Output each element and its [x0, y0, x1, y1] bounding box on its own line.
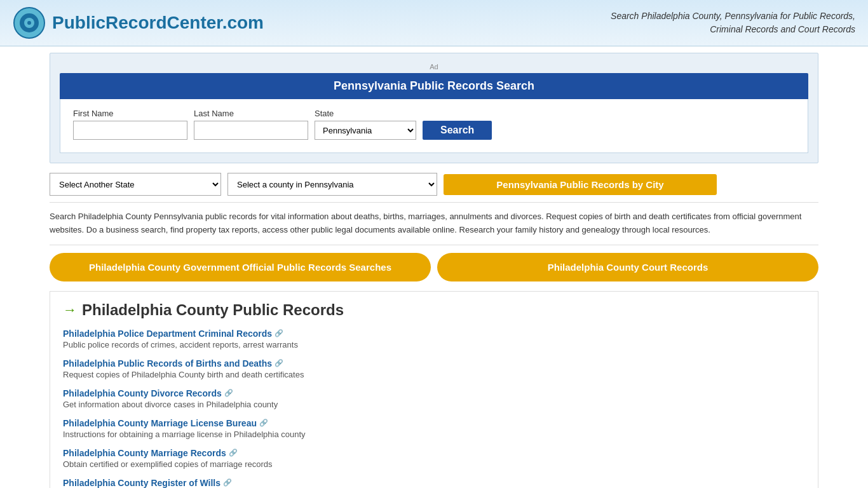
city-records-button[interactable]: Pennsylvania Public Records by City	[444, 174, 717, 195]
list-item: Philadelphia Public Records of Births an…	[63, 358, 805, 379]
ad-search-container: Ad Pennsylvania Public Records Search Fi…	[50, 53, 818, 163]
record-link-marriage-bureau[interactable]: Philadelphia County Marriage License Bur…	[63, 418, 805, 428]
record-link-text: Philadelphia County Marriage Records	[63, 448, 226, 458]
first-name-input[interactable]	[73, 121, 187, 140]
gov-records-button[interactable]: Philadelphia County Government Official …	[50, 253, 431, 281]
records-section-title: → Philadelphia County Public Records	[63, 301, 805, 319]
records-section: → Philadelphia County Public Records Phi…	[50, 291, 818, 488]
record-link-text: Philadelphia County Marriage License Bur…	[63, 418, 257, 428]
record-desc: Public police records of crimes, acciden…	[63, 340, 805, 349]
main-content: Ad Pennsylvania Public Records Search Fi…	[40, 46, 828, 488]
record-link-text: Philadelphia County Register of Wills	[63, 478, 220, 488]
record-desc: Instructions for obtaining a marriage li…	[63, 430, 805, 439]
dropdowns-row: Select Another State Select a county in …	[50, 173, 818, 196]
external-link-icon: 🔗	[275, 329, 283, 337]
search-fields: First Name Last Name State Pennsylvania …	[73, 109, 795, 140]
last-name-group: Last Name	[194, 109, 308, 140]
record-link-text: Philadelphia Public Records of Births an…	[63, 358, 272, 369]
site-name: PublicRecordCenter.com	[52, 13, 264, 33]
record-desc: Request copies of Philadelphia County bi…	[63, 370, 805, 379]
record-link-text: Philadelphia Police Department Criminal …	[63, 329, 272, 339]
record-link-text: Philadelphia County Divorce Records	[63, 388, 222, 398]
record-link-police[interactable]: Philadelphia Police Department Criminal …	[63, 329, 805, 339]
svg-point-3	[27, 21, 31, 25]
action-buttons-row: Philadelphia County Government Official …	[50, 253, 818, 281]
list-item: Philadelphia Police Department Criminal …	[63, 329, 805, 349]
arrow-icon: →	[63, 302, 77, 318]
external-link-icon: 🔗	[275, 359, 283, 367]
record-link-register-wills[interactable]: Philadelphia County Register of Wills 🔗	[63, 478, 805, 488]
external-link-icon: 🔗	[224, 389, 233, 397]
first-name-label: First Name	[73, 109, 187, 118]
logo-icon	[13, 6, 46, 39]
state-dropdown[interactable]: Pennsylvania Alabama Alaska	[315, 121, 416, 140]
state-select[interactable]: Select Another State	[50, 173, 221, 196]
list-item: Philadelphia County Marriage License Bur…	[63, 418, 805, 439]
state-group: State Pennsylvania Alabama Alaska	[315, 109, 416, 140]
county-select[interactable]: Select a county in Pennsylvania	[227, 173, 437, 196]
state-label: State	[315, 109, 416, 118]
record-link-marriage-records[interactable]: Philadelphia County Marriage Records 🔗	[63, 448, 805, 458]
record-link-divorce[interactable]: Philadelphia County Divorce Records 🔗	[63, 388, 805, 398]
records-title-text: Philadelphia County Public Records	[82, 301, 344, 319]
record-desc: Get information about divorce cases in P…	[63, 400, 805, 409]
search-form: First Name Last Name State Pennsylvania …	[60, 99, 808, 153]
external-link-icon: 🔗	[223, 478, 232, 487]
list-item: Philadelphia County Register of Wills 🔗	[63, 478, 805, 488]
last-name-input[interactable]	[194, 121, 308, 140]
list-item: Philadelphia County Marriage Records 🔗 O…	[63, 448, 805, 469]
first-name-group: First Name	[73, 109, 187, 140]
record-link-births-deaths[interactable]: Philadelphia Public Records of Births an…	[63, 358, 805, 369]
search-button[interactable]: Search	[423, 121, 492, 140]
external-link-icon: 🔗	[229, 449, 238, 457]
logo-area: PublicRecordCenter.com	[13, 6, 264, 39]
court-records-button[interactable]: Philadelphia County Court Records	[437, 253, 818, 281]
description-paragraph: Search Philadelphia County Pennsylvania …	[50, 202, 818, 245]
external-link-icon: 🔗	[259, 419, 268, 427]
list-item: Philadelphia County Divorce Records 🔗 Ge…	[63, 388, 805, 409]
record-desc: Obtain certified or exemplified copies o…	[63, 459, 805, 469]
header-tagline: Search Philadelphia County, Pennsylvania…	[588, 10, 855, 36]
last-name-label: Last Name	[194, 109, 308, 118]
page-header: PublicRecordCenter.com Search Philadelph…	[0, 0, 868, 46]
search-box-title: Pennsylvania Public Records Search	[60, 73, 808, 99]
ad-label: Ad	[60, 63, 808, 71]
